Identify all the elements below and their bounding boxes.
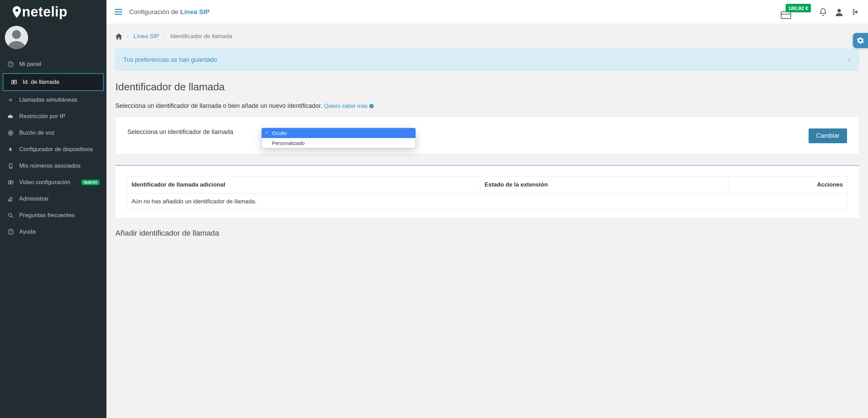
nav-video-config[interactable]: Video configuración NUEVO: [0, 174, 106, 191]
col-id: Identificador de llamada adicional: [127, 177, 480, 193]
additional-ids-table: Identificador de llamada adicional Estad…: [127, 176, 847, 210]
phone-icon: [7, 163, 14, 169]
separator: /: [127, 33, 129, 40]
help-icon: ?: [7, 229, 14, 235]
gears-icon: [857, 37, 864, 44]
svg-rect-19: [115, 14, 122, 15]
alert-success: Tus preferencias se han guardado ×: [115, 49, 859, 71]
learn-more-text: Quiero saber más: [324, 103, 367, 109]
cloud-icon: [7, 113, 14, 120]
instruction-main: Selecciona un identificador de llamada o…: [115, 102, 324, 109]
id-card-icon: [10, 79, 18, 85]
nav-numeros-asociados[interactable]: Mis números asociados: [0, 158, 106, 174]
instruction-text: Selecciona un identificador de llamada o…: [115, 102, 859, 110]
page-title: Configuración de Línea SIP: [129, 8, 209, 16]
play-icon: [7, 179, 14, 185]
nav-label: Ayuda: [19, 228, 36, 235]
sidebar: netelip ? Mi panel Id. de llamada Llamad…: [0, 0, 106, 418]
table-row-empty: Aún no has añadido un identificador de l…: [127, 193, 847, 210]
svg-rect-17: [115, 9, 122, 10]
brand-text: netelip: [22, 4, 67, 20]
nav-llamadas-simultaneas[interactable]: Llamadas simultáneas: [0, 92, 106, 108]
option-personalizado[interactable]: Personalizado: [262, 138, 415, 148]
title-prefix: Configuración de: [129, 8, 180, 15]
nav-label: Configurador de dispositivos: [19, 146, 93, 153]
col-actions: Acciones: [728, 177, 847, 193]
arrow-right-icon: [7, 97, 14, 103]
nav-label: Preguntas frecuentes: [19, 212, 75, 219]
svg-point-22: [837, 9, 841, 12]
svg-rect-20: [781, 12, 791, 19]
content: / Línea SIP / Identificador de llamada T…: [106, 24, 868, 251]
change-button[interactable]: Cambiar: [809, 128, 847, 143]
nav-id-llamada[interactable]: Id. de llamada: [3, 73, 104, 91]
nav-mi-panel[interactable]: ? Mi panel: [0, 56, 106, 72]
nav-label: Restricción por IP: [19, 113, 65, 120]
dropdown-panel: Oculto Personalizado: [261, 128, 416, 148]
svg-line-14: [11, 216, 13, 218]
svg-text:?: ?: [10, 230, 12, 234]
svg-point-13: [9, 213, 12, 216]
alert-text: Tus preferencias se han guardado: [123, 56, 217, 64]
separator: /: [164, 33, 165, 40]
nav-administrar[interactable]: Administrar: [0, 191, 106, 207]
nav-config-dispositivos[interactable]: Configurador de dispositivos: [0, 141, 106, 158]
title-accent: Línea SIP: [180, 8, 210, 15]
svg-text:?: ?: [10, 62, 12, 66]
nav-label: Mi panel: [19, 61, 41, 68]
brand-logo[interactable]: netelip: [0, 0, 106, 22]
nav-buzon-voz[interactable]: Buzón de voz: [0, 125, 106, 141]
alert-close-icon[interactable]: ×: [847, 55, 851, 64]
nav-ayuda[interactable]: ? Ayuda: [0, 224, 106, 240]
nav-label: Buzón de voz: [19, 129, 55, 136]
balance-badge: 180,92 €: [786, 4, 811, 12]
avatar[interactable]: [5, 26, 28, 49]
col-state: Estado de la extensión: [480, 177, 728, 193]
home-icon[interactable]: [115, 33, 122, 39]
search-icon: [7, 212, 14, 218]
nav-menu: ? Mi panel Id. de llamada Llamadas simul…: [0, 56, 106, 240]
question-circle-icon: ?: [7, 61, 14, 67]
question-icon: ?: [369, 103, 374, 109]
logout-icon[interactable]: [852, 8, 860, 16]
avatar-container: [0, 22, 106, 56]
topbar: Configuración de Línea SIP 180,92 €: [106, 0, 868, 24]
bell-icon[interactable]: [819, 8, 827, 16]
option-oculto[interactable]: Oculto: [262, 128, 415, 138]
section-title: Identificador de llamada: [115, 81, 859, 93]
nav-label: Administrar: [19, 195, 49, 202]
svg-text:?: ?: [371, 104, 373, 108]
add-id-title: Añadir identificador de llamada: [115, 229, 859, 238]
empty-message: Aún no has añadido un identificador de l…: [127, 193, 847, 210]
breadcrumb-current: Identificador de llamada: [170, 33, 232, 40]
learn-more-link[interactable]: Quiero saber más ?: [324, 103, 374, 109]
record-icon: [7, 130, 14, 136]
additional-ids-panel: Identificador de llamada adicional Estad…: [115, 165, 859, 218]
nav-preguntas-frecuentes[interactable]: Preguntas frecuentes: [0, 207, 106, 224]
svg-rect-18: [115, 11, 122, 12]
nav-label: Mis números asociados: [19, 162, 81, 169]
svg-point-9: [10, 132, 12, 134]
new-badge: NUEVO: [81, 180, 100, 185]
breadcrumb-link[interactable]: Línea SIP: [134, 33, 159, 40]
svg-point-1: [12, 30, 21, 39]
bolt-icon: [7, 146, 14, 152]
hamburger-icon[interactable]: [115, 9, 122, 15]
breadcrumb: / Línea SIP / Identificador de llamada: [115, 33, 859, 40]
nav-restriccion-ip[interactable]: Restricción por IP: [0, 108, 106, 125]
topbar-right: 180,92 €: [786, 5, 860, 19]
user-icon[interactable]: [835, 8, 843, 16]
pin-icon: [12, 6, 21, 18]
select-label: Selecciona un identificador de llamada: [127, 128, 244, 136]
balance-widget[interactable]: 180,92 €: [786, 5, 811, 19]
settings-tab[interactable]: [853, 33, 868, 48]
nav-label: Video configuración: [19, 179, 70, 186]
nav-label: Id. de llamada: [23, 79, 59, 86]
edit-icon: [7, 196, 14, 202]
main: Configuración de Línea SIP 180,92 € / Lí…: [106, 0, 868, 418]
nav-label: Llamadas simultáneas: [19, 97, 77, 103]
select-panel: Selecciona un identificador de llamada O…: [115, 117, 859, 154]
